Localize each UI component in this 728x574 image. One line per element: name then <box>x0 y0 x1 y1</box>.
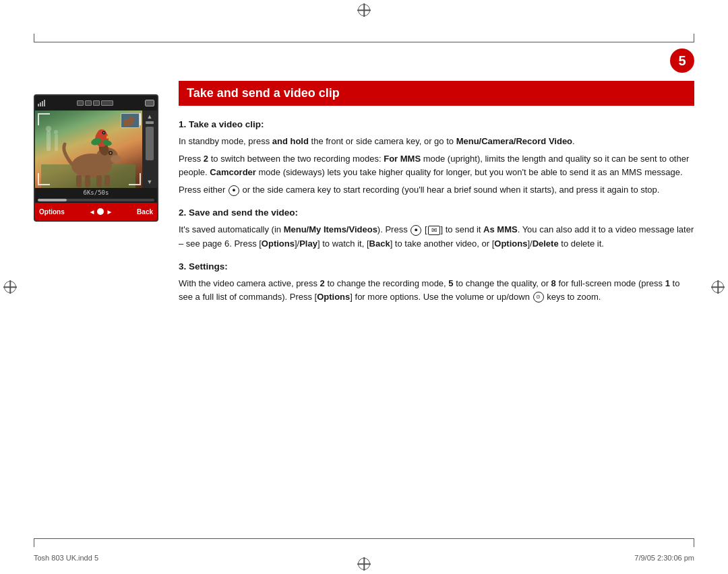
svg-rect-1 <box>47 131 51 151</box>
page-border-top <box>34 42 694 42</box>
page-border-right <box>694 34 694 42</box>
progress-fill <box>38 199 67 201</box>
svg-point-20 <box>103 132 104 133</box>
nav-options-label: Options <box>39 208 65 216</box>
nav-center-dot <box>97 208 104 215</box>
signal-bars-icon <box>38 100 45 106</box>
step2-paragraph1: It's saved automatically (in Menu/My Ite… <box>179 223 694 250</box>
viewfinder-scrollbar: ▲ ▼ <box>142 110 157 188</box>
timer-text: 6Ks/50s <box>84 189 109 196</box>
battery-icon <box>77 100 84 106</box>
progress-track <box>38 199 154 201</box>
camera-viewfinder: ▲ ▼ <box>35 110 157 188</box>
right-content-panel: Take and send a video clip 1. Take a vid… <box>179 81 694 313</box>
step3-heading: 3. Settings: <box>179 260 694 274</box>
page-border-left-bottom <box>34 539 34 547</box>
step1-paragraph1: In standby mode, press and hold the fron… <box>179 135 694 148</box>
registration-mark-right <box>711 280 725 294</box>
vf-bracket-br <box>129 173 141 185</box>
svg-rect-13 <box>96 175 102 187</box>
svg-rect-12 <box>85 175 90 187</box>
nav-direction-icon: ⊙ <box>533 292 544 302</box>
nav-back-label: Back <box>137 208 153 216</box>
step2-block: 2. Save and send the video: It's saved a… <box>179 206 694 250</box>
nav-arrow-right: ► <box>106 208 113 216</box>
step1-block: 1. Take a video clip: In standby mode, p… <box>179 118 694 197</box>
vf-bracket-bl <box>38 173 50 185</box>
svg-point-23 <box>127 117 134 125</box>
phone-image-panel: ▲ ▼ 6Ks/50s Options <box>34 94 162 222</box>
page-border-right-bottom <box>694 539 694 547</box>
step3-paragraph1: With the video camera active, press 2 to… <box>179 277 694 304</box>
footer-left: Tosh 803 UK.indd 5 <box>34 554 98 562</box>
svg-point-16 <box>97 129 107 139</box>
svg-point-4 <box>54 130 58 134</box>
nav-arrow-left: ◄ <box>89 208 96 216</box>
step3-block: 3. Settings: With the video camera activ… <box>179 260 694 304</box>
step2-heading: 2. Save and send the video: <box>179 206 694 220</box>
chapter-badge: 5 <box>670 49 694 73</box>
page-border-left <box>34 34 34 42</box>
status-icon-3 <box>101 100 113 106</box>
section-title: Take and send a video clip <box>187 86 686 100</box>
phone-status-bar <box>35 96 157 110</box>
step1-heading: 1. Take a video clip: <box>179 118 694 132</box>
chapter-number: 5 <box>678 53 686 69</box>
svg-rect-11 <box>76 175 82 187</box>
vf-bracket-tl <box>38 113 50 125</box>
status-icon-2 <box>93 100 100 106</box>
step1-paragraph3: Press either ● or the side camera key to… <box>179 183 694 197</box>
status-icon-1 <box>85 100 92 106</box>
camera-mode-icon <box>145 100 154 106</box>
page-border-bottom <box>34 538 694 539</box>
registration-mark-left <box>3 280 17 294</box>
timer-display: 6Ks/50s <box>35 188 157 197</box>
svg-rect-14 <box>104 175 110 186</box>
page-footer: Tosh 803 UK.indd 5 7/9/05 2:30:06 pm <box>34 554 694 562</box>
svg-point-2 <box>46 126 51 131</box>
nav-center-controls: ◄ ► <box>89 208 113 216</box>
footer-right: 7/9/05 2:30:06 pm <box>634 554 694 562</box>
section-title-bar: Take and send a video clip <box>179 81 694 106</box>
svg-point-7 <box>111 155 121 163</box>
svg-rect-3 <box>55 134 58 151</box>
progress-bar <box>35 197 157 203</box>
vf-thumbnail <box>121 113 140 128</box>
phone-nav-bar: Options ◄ ► Back <box>35 203 157 220</box>
step1-paragraph2: Press 2 to switch between the two record… <box>179 152 694 179</box>
circle-button-icon: ● <box>229 185 239 196</box>
content-area: ▲ ▼ 6Ks/50s Options <box>34 81 694 527</box>
registration-mark-top <box>357 3 371 17</box>
mms-envelope-icon <box>428 226 440 235</box>
svg-point-9 <box>110 152 112 154</box>
circle-btn-2: ● <box>411 225 421 236</box>
phone-screen: ▲ ▼ 6Ks/50s Options <box>34 94 158 222</box>
